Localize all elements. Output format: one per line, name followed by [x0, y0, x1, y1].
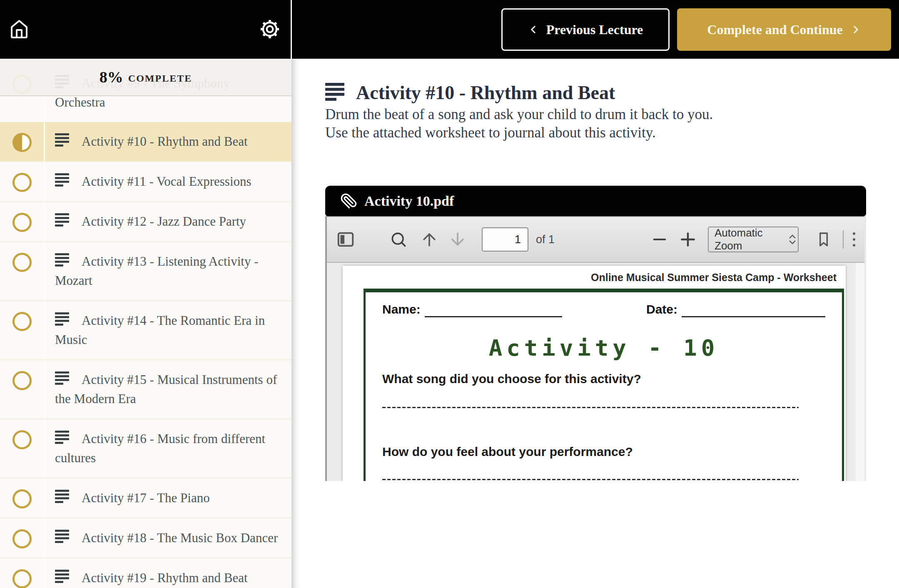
- chevron-left-icon: [528, 24, 539, 35]
- progress-header: 8% COMPLETE: [0, 59, 291, 96]
- pdf-attachment-block: Activity 10.pdf: [325, 186, 866, 481]
- sidebar-item[interactable]: Activity #15 - Musical Instruments of th…: [0, 359, 291, 419]
- sidebar-item[interactable]: Activity #16 - Music from different cult…: [0, 419, 291, 478]
- topbar-divider: [291, 0, 292, 59]
- lecture-paragraph: Use the attached worksheet to journal ab…: [325, 124, 866, 142]
- document-icon: [55, 312, 69, 326]
- select-carets-icon: [789, 234, 798, 244]
- pdf-zoom-select-value: Automatic Zoom: [715, 227, 789, 252]
- toolbar-separator: [843, 230, 844, 249]
- document-icon: [55, 371, 69, 385]
- progress-circle-incomplete-icon: [0, 558, 44, 588]
- lecture-title-row: Activity #10 - Rhythm and Beat: [325, 80, 866, 105]
- progress-circle-incomplete-icon: [0, 162, 44, 192]
- sidebar-item[interactable]: Activity #18 - The Music Box Dancer: [0, 518, 291, 558]
- lecture-paragraph: Drum the beat of a song and ask your chi…: [325, 105, 866, 124]
- date-blank-line: [682, 304, 825, 317]
- pdf-viewer: Online Musical Summer Siesta Camp - Work…: [327, 263, 864, 481]
- document-icon: [55, 253, 69, 267]
- sidebar-item-label: Activity #15 - Musical Instruments of th…: [44, 360, 291, 419]
- sidebar-item[interactable]: Activity #17 - The Piano: [0, 478, 291, 518]
- paperclip-icon: [340, 193, 357, 209]
- home-icon[interactable]: [9, 19, 29, 39]
- pdf-search-button[interactable]: [389, 230, 408, 249]
- sidebar-item[interactable]: Activity #13 - Listening Activity - Moza…: [0, 241, 291, 300]
- pdf-zoom-select[interactable]: Automatic Zoom: [708, 227, 799, 252]
- lecture-document-icon: [325, 83, 344, 103]
- sidebar-item-label: Activity #10 - Rhythm and Beat: [44, 122, 291, 161]
- document-icon: [55, 490, 69, 503]
- sidebar-item[interactable]: Activity #14 - The Romantic Era in Music: [0, 300, 291, 359]
- sidebar-item-label: Activity #16 - Music from different cult…: [44, 419, 291, 478]
- sidebar: Activity #9 - The Symphony OrchestraActi…: [0, 59, 291, 588]
- worksheet-date-label: Date:: [646, 301, 677, 317]
- pdf-next-page-button[interactable]: [448, 230, 467, 249]
- progress-circle-incomplete-icon: [0, 242, 44, 272]
- pdf-more-options-button[interactable]: [853, 232, 855, 247]
- document-icon: [55, 213, 69, 227]
- settings-gear-icon[interactable]: [259, 18, 281, 40]
- progress-circle-incomplete-icon: [0, 301, 44, 331]
- chevron-right-icon: [850, 24, 861, 35]
- pdf-previous-page-button[interactable]: [420, 230, 438, 249]
- document-icon: [55, 133, 69, 147]
- name-blank-line: [425, 304, 562, 317]
- curriculum-list: Activity #9 - The Symphony OrchestraActi…: [0, 59, 291, 588]
- pdf-attachment-header[interactable]: Activity 10.pdf: [325, 186, 866, 216]
- worksheet-question-2: How do you feel about your performance?: [382, 444, 825, 460]
- complete-and-continue-label: Complete and Continue: [707, 22, 842, 37]
- progress-circle-incomplete-icon: [0, 202, 44, 232]
- document-icon: [55, 570, 69, 583]
- lecture-title: Activity #10 - Rhythm and Beat: [356, 80, 615, 105]
- top-bar: Previous Lecture Complete and Continue: [0, 0, 899, 59]
- sidebar-item-label: Activity #18 - The Music Box Dancer: [44, 518, 291, 558]
- sidebar-item-label: Activity #14 - The Romantic Era in Music: [44, 301, 291, 359]
- worksheet-name-label: Name:: [382, 301, 421, 317]
- progress-label: COMPLETE: [128, 70, 192, 84]
- sidebar-item-label: Activity #19 - Rhythm and Beat: [44, 558, 291, 588]
- answer-blank-line: [382, 407, 799, 408]
- sidebar-item[interactable]: Activity #11 - Vocal Expressions: [0, 161, 291, 201]
- pdf-filename: Activity 10.pdf: [364, 193, 454, 209]
- sidebar-item-active[interactable]: Activity #10 - Rhythm and Beat: [0, 122, 291, 161]
- previous-lecture-label: Previous Lecture: [546, 22, 643, 37]
- progress-circle-in_progress-icon: [0, 122, 44, 152]
- sidebar-item-label: Activity #17 - The Piano: [44, 478, 291, 518]
- sidebar-item-label: Activity #12 - Jazz Dance Party: [44, 202, 291, 241]
- pdf-page-count: of 1: [536, 233, 555, 246]
- progress-circle-incomplete-icon: [0, 419, 44, 449]
- document-icon: [55, 431, 69, 444]
- progress-circle-incomplete-icon: [0, 360, 44, 390]
- complete-and-continue-button[interactable]: Complete and Continue: [677, 8, 891, 51]
- sidebar-item-label: Activity #11 - Vocal Expressions: [44, 162, 291, 201]
- pdf-bookmark-button[interactable]: [815, 230, 832, 249]
- sidebar-item-label: Activity #13 - Listening Activity - Moza…: [44, 242, 291, 300]
- pdf-toolbar: of 1 Automatic Zoom: [327, 216, 864, 263]
- document-icon: [55, 530, 69, 543]
- progress-circle-incomplete-icon: [0, 478, 44, 508]
- progress-circle-incomplete-icon: [0, 518, 44, 548]
- previous-lecture-button[interactable]: Previous Lecture: [501, 8, 670, 51]
- pdf-sidebar-toggle-button[interactable]: [336, 230, 355, 249]
- worksheet-header: Online Musical Summer Siesta Camp - Work…: [343, 266, 846, 284]
- worksheet-question-1: What song did you choose for this activi…: [382, 371, 825, 387]
- pdf-scrollbar[interactable]: [855, 263, 864, 481]
- lecture-main: Activity #10 - Rhythm and Beat Drum the …: [291, 59, 899, 588]
- progress-percent: 8%: [100, 68, 123, 86]
- document-icon: [55, 173, 69, 187]
- pdf-page: Online Musical Summer Siesta Camp - Work…: [343, 266, 846, 481]
- worksheet-title: Activity - 10: [382, 335, 825, 361]
- pdf-zoom-out-button[interactable]: [651, 231, 668, 248]
- pdf-zoom-in-button[interactable]: [679, 230, 697, 249]
- pdf-viewer-frame: of 1 Automatic Zoom: [325, 216, 866, 481]
- sidebar-item[interactable]: Activity #19 - Rhythm and Beat: [0, 558, 291, 588]
- pdf-page-input[interactable]: [482, 227, 528, 252]
- app-window: Previous Lecture Complete and Continue A…: [0, 0, 899, 588]
- sidebar-item[interactable]: Activity #12 - Jazz Dance Party: [0, 201, 291, 241]
- worksheet-box: Name: Date: Activity - 10 What song did …: [364, 289, 844, 481]
- answer-blank-line: [382, 479, 799, 480]
